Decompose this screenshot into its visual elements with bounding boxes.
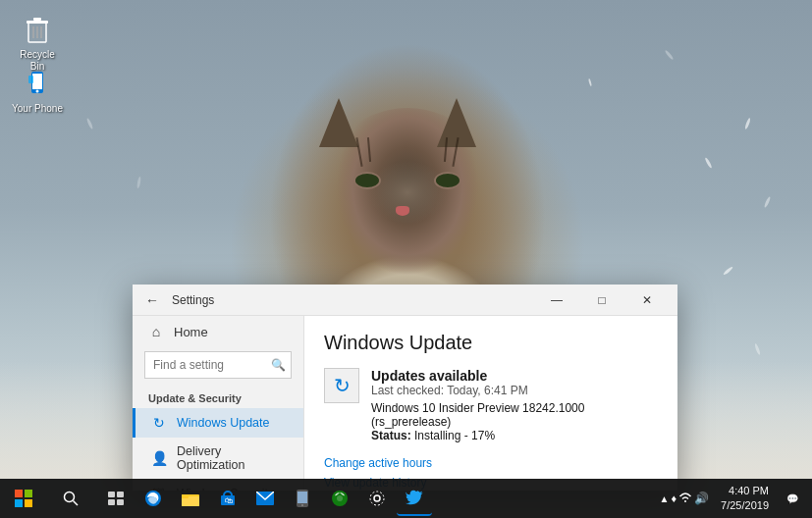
- minimize-button[interactable]: —: [534, 285, 579, 316]
- close-button[interactable]: ✕: [624, 285, 670, 316]
- twitter-button[interactable]: [397, 481, 432, 516]
- windows-update-icon: ↻: [151, 415, 167, 431]
- start-button[interactable]: [0, 479, 47, 518]
- sidebar-home[interactable]: ⌂ Home: [133, 316, 303, 347]
- file-explorer-button[interactable]: [173, 481, 208, 516]
- update-status-label: Status:: [371, 429, 411, 442]
- svg-point-33: [370, 492, 384, 505]
- svg-rect-7: [32, 74, 42, 89]
- settings-main: Windows Update ↻ Updates available Last …: [304, 316, 677, 491]
- svg-rect-11: [25, 490, 32, 497]
- home-icon: ⌂: [148, 324, 164, 339]
- delivery-opt-icon: 👤: [151, 450, 167, 466]
- sidebar-search-container: 🔍: [144, 351, 292, 379]
- desktop: Recycle Bin Your Phone ← Settings — □ ✕: [0, 0, 812, 518]
- tray-icon-1: ♦: [671, 492, 677, 504]
- svg-point-32: [374, 495, 380, 501]
- sidebar-item-windows-update[interactable]: ↻ Windows Update: [133, 408, 303, 438]
- tray-chevron[interactable]: ▲: [660, 493, 670, 504]
- system-clock[interactable]: 4:40 PM 7/25/2019: [713, 484, 777, 514]
- page-title: Windows Update: [324, 332, 658, 354]
- update-status: Status: Installing - 17%: [371, 429, 658, 442]
- svg-rect-10: [15, 490, 23, 497]
- windows-update-label: Windows Update: [177, 416, 270, 430]
- your-phone-label: Your Phone: [12, 103, 63, 115]
- back-button[interactable]: ←: [140, 288, 164, 312]
- svg-rect-28: [298, 492, 307, 503]
- update-version: Windows 10 Insider Preview 18242.1000 (r…: [371, 401, 658, 429]
- your-phone-icon[interactable]: Your Phone: [8, 64, 67, 119]
- recycle-bin-image: [22, 14, 53, 45]
- window-title: Settings: [172, 293, 214, 307]
- notification-center[interactable]: 💬: [781, 481, 804, 516]
- update-title: Updates available: [371, 368, 658, 384]
- change-active-hours-link[interactable]: Change active hours: [324, 456, 658, 470]
- taskbar-right: ▲ ♦ 🔊 4:40 PM 7/25/2019 💬: [660, 481, 812, 516]
- svg-line-15: [74, 501, 79, 506]
- network-icon[interactable]: [678, 492, 692, 505]
- task-view-button[interactable]: [98, 481, 134, 516]
- clock-date: 7/25/2019: [721, 498, 769, 513]
- update-card: ↻ Updates available Last checked: Today,…: [324, 368, 658, 442]
- update-status-icon: ↻: [324, 368, 359, 403]
- window-controls: — □ ✕: [534, 285, 670, 316]
- svg-point-8: [36, 90, 39, 93]
- svg-rect-13: [25, 499, 32, 507]
- svg-rect-1: [27, 21, 48, 24]
- maximize-button[interactable]: □: [579, 285, 624, 316]
- svg-point-29: [301, 504, 303, 506]
- sidebar-item-delivery-opt[interactable]: 👤 Delivery Optimization: [133, 438, 303, 479]
- search-input[interactable]: [144, 351, 292, 379]
- title-bar: ← Settings — □ ✕: [133, 285, 677, 316]
- svg-rect-19: [117, 499, 124, 505]
- svg-rect-16: [108, 492, 115, 497]
- taskbar-app-icons: 🛍: [94, 481, 436, 516]
- volume-icon[interactable]: 🔊: [694, 492, 709, 505]
- xbox-button[interactable]: [322, 481, 357, 516]
- settings-body: ⌂ Home 🔍 Update & Security ↻ Windows Upd…: [133, 316, 677, 491]
- phone-taskbar-button[interactable]: [285, 481, 320, 516]
- taskbar: 🛍: [0, 479, 812, 518]
- store-button[interactable]: 🛍: [210, 481, 245, 516]
- svg-rect-18: [108, 499, 115, 505]
- system-tray[interactable]: ▲ ♦ 🔊: [660, 492, 710, 505]
- sidebar-section-title: Update & Security: [133, 387, 303, 408]
- clock-time: 4:40 PM: [721, 484, 769, 498]
- delivery-opt-label: Delivery Optimization: [177, 444, 288, 472]
- settings-window: ← Settings — □ ✕ ⌂ Home 🔍: [133, 285, 677, 491]
- svg-point-31: [337, 495, 343, 501]
- mail-button[interactable]: [247, 481, 283, 516]
- search-icon: 🔍: [271, 358, 286, 372]
- svg-rect-17: [117, 492, 124, 497]
- svg-rect-23: [182, 494, 189, 498]
- sidebar-home-label: Home: [174, 325, 208, 339]
- settings-taskbar-button[interactable]: [359, 481, 395, 516]
- svg-rect-9: [28, 76, 33, 83]
- update-status-value: Installing - 17%: [414, 429, 495, 442]
- svg-text:🛍: 🛍: [225, 496, 233, 505]
- edge-button[interactable]: [135, 481, 171, 516]
- update-info: Updates available Last checked: Today, 6…: [371, 368, 658, 442]
- settings-sidebar: ⌂ Home 🔍 Update & Security ↻ Windows Upd…: [133, 316, 304, 491]
- your-phone-image: [22, 68, 53, 99]
- update-subtitle: Last checked: Today, 6:41 PM: [371, 384, 658, 397]
- svg-point-14: [65, 492, 75, 502]
- svg-rect-2: [33, 18, 41, 21]
- taskbar-search-button[interactable]: [47, 479, 94, 518]
- svg-rect-12: [15, 499, 23, 507]
